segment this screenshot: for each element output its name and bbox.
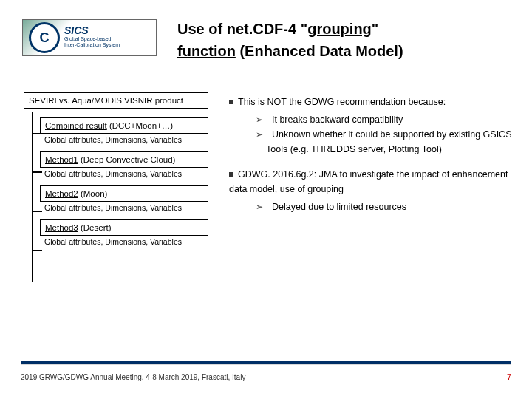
- slide-title-line2: function (Enhanced Data Model): [177, 43, 403, 60]
- slide-title-line1: Use of net.CDF-4 "grouping": [177, 21, 378, 38]
- tree-caption: Global attributes, Dimensions, Variables: [44, 237, 208, 246]
- logo-acronym: SICS: [64, 24, 89, 36]
- bullet-1: This is NOT the GDWG recommendation beca…: [229, 95, 517, 109]
- page-number: 7: [507, 372, 511, 381]
- tree-connector-icon: [32, 211, 42, 212]
- tree-root-node: SEVIRI vs. Aqua/MODIS VISNIR product: [24, 92, 208, 109]
- tree-node-method3: Method3 (Desert): [40, 219, 208, 236]
- tree-connector-icon: [32, 250, 42, 251]
- tree-caption: Global attributes, Dimensions, Variables: [44, 203, 208, 212]
- subbullet-2: ➢Unknown whether it could be supported b…: [254, 127, 517, 157]
- logo-globe-icon: C: [29, 22, 60, 53]
- footer-text: 2019 GRWG/GDWG Annual Meeting, 4-8 March…: [21, 373, 245, 381]
- tree-connector-icon: [32, 171, 42, 173]
- tree-node-combined: Combined result (DCC+Moon+…): [40, 117, 208, 134]
- tree-node-method2: Method2 (Moon): [40, 185, 208, 202]
- gsics-logo: C SICS Global Space-basedInter-Calibrati…: [22, 19, 157, 56]
- tree-connector-vertical: [32, 112, 33, 282]
- subbullet-3: ➢Delayed due to limited resources: [254, 200, 517, 214]
- subbullet-1: ➢It breaks backward compatibility: [254, 112, 517, 127]
- bullet-2: GDWG. 2016.6g.2: JMA to investigate the …: [229, 167, 517, 197]
- logo-subtitle: Global Space-basedInter-Calibration Syst…: [64, 36, 120, 47]
- tree-node-method1: Method1 (Deep Convective Cloud): [40, 151, 208, 168]
- footer-divider: [21, 361, 511, 365]
- slide-body: This is NOT the GDWG recommendation beca…: [229, 95, 517, 215]
- tree-caption: Global attributes, Dimensions, Variables: [44, 135, 208, 144]
- square-bullet-icon: [229, 172, 233, 177]
- tree-caption: Global attributes, Dimensions, Variables: [44, 169, 208, 178]
- product-tree: SEVIRI vs. Aqua/MODIS VISNIR product Com…: [24, 92, 208, 246]
- square-bullet-icon: [229, 100, 233, 104]
